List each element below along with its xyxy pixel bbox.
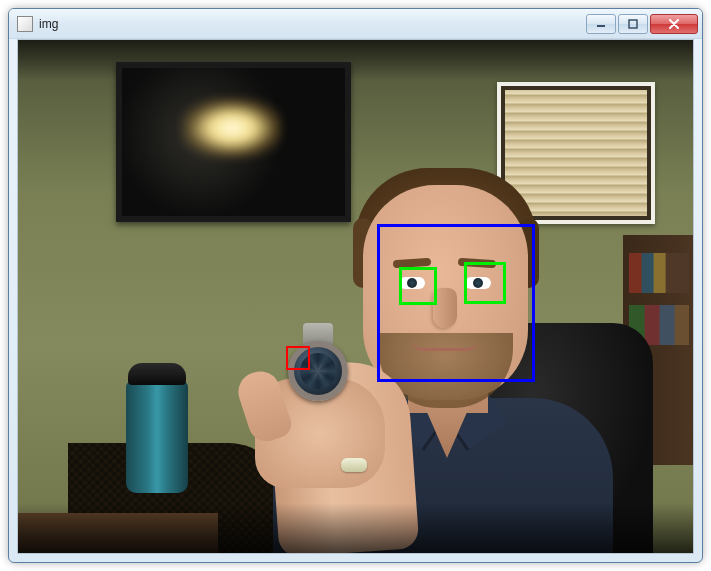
minimize-button[interactable] [586, 14, 616, 34]
window-title: img [39, 17, 584, 31]
window-controls [584, 14, 698, 34]
svg-rect-0 [597, 25, 605, 27]
finger-ring [341, 458, 367, 472]
image-viewport [18, 40, 693, 553]
tumbler-cup [126, 363, 188, 493]
svg-rect-1 [629, 20, 637, 28]
client-area [17, 39, 694, 554]
maximize-button[interactable] [618, 14, 648, 34]
application-icon [17, 16, 33, 32]
webcam-scene [18, 40, 693, 553]
eye-detection-box [464, 262, 506, 304]
application-window: img [8, 8, 703, 563]
watch-detection-box [286, 346, 310, 370]
eye-detection-box [399, 267, 437, 305]
close-button[interactable] [650, 14, 698, 34]
title-bar[interactable]: img [9, 9, 702, 39]
